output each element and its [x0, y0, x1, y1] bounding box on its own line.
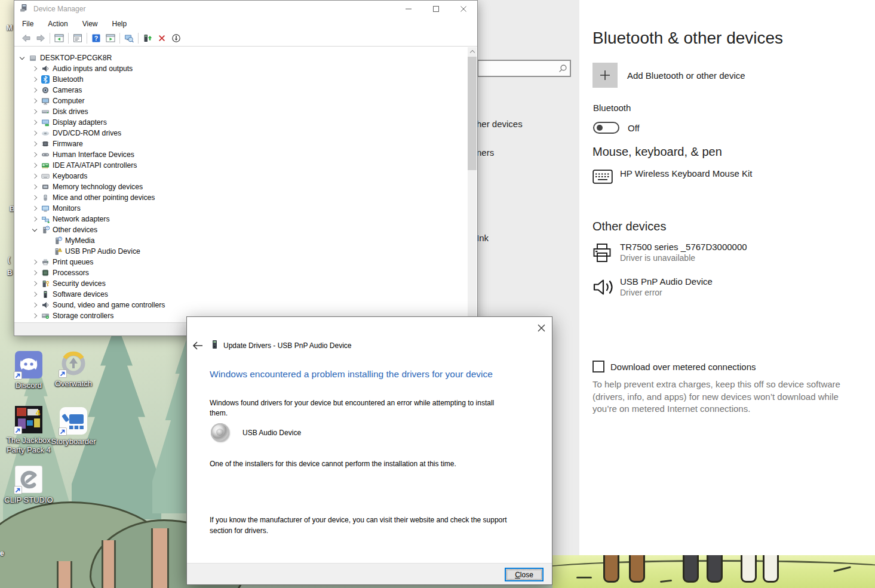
toolbar-action-pane-icon[interactable] [103, 32, 118, 45]
search-input[interactable] [478, 61, 570, 76]
toolbar-disable-device-icon[interactable] [169, 32, 183, 45]
minimize-icon[interactable] [395, 1, 422, 17]
tree-item[interactable]: Keyboards [14, 171, 477, 181]
chevron-right-icon[interactable] [32, 77, 37, 82]
svg-text:?: ? [47, 226, 48, 230]
metered-checkbox[interactable] [592, 361, 604, 372]
tree-item[interactable]: Software devices [14, 289, 477, 300]
tree-item-label: Computer [53, 96, 85, 106]
bluetooth-toggle[interactable] [593, 122, 619, 134]
chevron-down-icon[interactable] [20, 55, 24, 60]
chevron-down-icon[interactable] [32, 227, 37, 232]
chevron-right-icon[interactable] [32, 66, 37, 71]
dialog-close-icon[interactable] [535, 322, 547, 334]
tree-item[interactable]: Human Interface Devices [14, 149, 477, 160]
tree-item[interactable]: ?MyMedia [14, 235, 477, 246]
chevron-right-icon[interactable] [32, 141, 37, 146]
menu-bar: FileActionViewHelp [14, 17, 477, 30]
chevron-right-icon[interactable] [32, 120, 37, 125]
tree-item[interactable]: Sound, video and game controllers [14, 300, 477, 310]
tree-item[interactable]: Security devices [14, 278, 477, 289]
chevron-right-icon[interactable] [32, 217, 37, 221]
device-list-item[interactable]: HP Wireless Keyboard Mouse Kit [592, 168, 875, 195]
tree-item[interactable]: Computer [14, 96, 477, 106]
toolbar-update-driver-icon[interactable] [140, 32, 155, 45]
sidebar-item-fragment[interactable]: her devices [477, 119, 523, 129]
tree-item[interactable]: Bluetooth [14, 74, 477, 85]
scrollbar-thumb[interactable] [468, 57, 477, 170]
chevron-right-icon[interactable] [32, 195, 37, 200]
tree-item[interactable]: Processors [14, 267, 477, 278]
metered-checkbox-label: Download over metered connections [610, 362, 756, 372]
tree-item[interactable]: DESKTOP-EPCGK8R [14, 53, 477, 63]
chevron-right-icon[interactable] [32, 292, 37, 297]
tree-item[interactable]: Print queues [14, 257, 477, 267]
chevron-right-icon[interactable] [32, 152, 37, 157]
wallpaper-tree-trunk [57, 561, 72, 588]
tree-item[interactable]: Firmware [14, 138, 477, 149]
chevron-right-icon[interactable] [32, 313, 37, 318]
menu-item-view[interactable]: View [81, 19, 100, 29]
toolbar-uninstall-device-icon[interactable] [155, 32, 169, 45]
tree-item[interactable]: DVD/CD-ROM drives [14, 128, 477, 138]
tree-item[interactable]: Memory technology devices [14, 181, 477, 192]
chevron-right-icon[interactable] [32, 88, 37, 93]
chevron-right-icon[interactable] [32, 260, 37, 264]
sidebar-item-fragment[interactable]: Ink [477, 233, 489, 243]
menu-item-file[interactable]: File [20, 19, 35, 29]
tree-item[interactable]: Network adapters [14, 214, 477, 224]
chevron-right-icon[interactable] [32, 281, 37, 286]
tree-item[interactable]: Audio inputs and outputs [14, 63, 477, 74]
close-icon[interactable] [450, 1, 477, 17]
tree-item[interactable]: ?Other devices [14, 224, 477, 235]
toolbar-back-icon[interactable] [19, 32, 33, 45]
bluetooth-toggle-state: Off [628, 123, 640, 133]
chevron-right-icon[interactable] [32, 184, 37, 189]
toolbar-forward-icon[interactable] [33, 32, 48, 45]
chevron-right-icon[interactable] [32, 206, 37, 211]
device-name: USB PnP Audio Device [620, 276, 713, 287]
desktop-icon-overwatch[interactable]: Overwatch [45, 349, 102, 389]
chevron-right-icon[interactable] [32, 109, 37, 114]
menu-item-action[interactable]: Action [46, 19, 69, 29]
maximize-icon[interactable] [422, 1, 450, 17]
tree-item[interactable]: Monitors [14, 203, 477, 214]
scroll-up-icon[interactable] [468, 47, 477, 56]
tree-item[interactable]: Mice and other pointing devices [14, 192, 477, 203]
chevron-right-icon[interactable] [32, 131, 37, 136]
tree-item[interactable]: Disk drives [14, 106, 477, 117]
desktop-icon-label: CLIP STUDIO [0, 495, 57, 505]
chevron-right-icon[interactable] [32, 174, 37, 178]
toolbar-show-hide-console-tree-icon[interactable] [52, 32, 66, 45]
menu-item-help[interactable]: Help [110, 19, 129, 29]
device-status: Driver is unavailable [620, 253, 747, 263]
back-arrow-icon[interactable] [192, 340, 205, 351]
chevron-right-icon[interactable] [32, 270, 37, 275]
tree-item-label: Audio inputs and outputs [53, 63, 133, 74]
chevron-right-icon[interactable] [32, 163, 37, 168]
tree-item[interactable]: IDE ATA/ATAPI controllers [14, 160, 477, 171]
sidebar-item-fragment[interactable]: ners [477, 147, 494, 158]
toolbar-properties-icon[interactable] [70, 32, 85, 45]
add-bluetooth-button[interactable]: Add Bluetooth or other device [592, 63, 745, 88]
screen: MB(Be DiscordOverwatch4The Jackbox Party… [0, 0, 875, 588]
device-list-item[interactable]: TR7500 series _5767D3000000Driver is una… [592, 242, 875, 268]
tree-item[interactable]: Display adapters [14, 117, 477, 128]
toolbar-scan-for-hardware-changes-icon[interactable] [122, 32, 136, 45]
speaker-icon [592, 278, 614, 299]
close-button[interactable]: Close [505, 568, 544, 581]
scrollbar[interactable] [468, 47, 477, 322]
tree-item-label: Mice and other pointing devices [53, 192, 155, 203]
chevron-right-icon[interactable] [32, 98, 37, 103]
settings-search-box[interactable] [477, 60, 571, 77]
tree-item-label: MyMedia [65, 235, 94, 246]
toolbar-help-icon[interactable]: ? [89, 32, 103, 45]
tree-item[interactable]: !USB PnP Audio Device [14, 246, 477, 257]
desktop-icon-clipstudio[interactable]: CLIP STUDIO [0, 466, 57, 505]
tree-item[interactable]: Cameras [14, 85, 477, 96]
device-list-item[interactable]: USB PnP Audio DeviceDriver error [592, 276, 875, 303]
chevron-right-icon[interactable] [32, 303, 37, 307]
dialog-heading: Windows encountered a problem installing… [210, 369, 493, 380]
desktop-icon-storyboarder[interactable]: Storyboarder [45, 407, 102, 447]
shortcut-arrow-icon [59, 427, 67, 436]
